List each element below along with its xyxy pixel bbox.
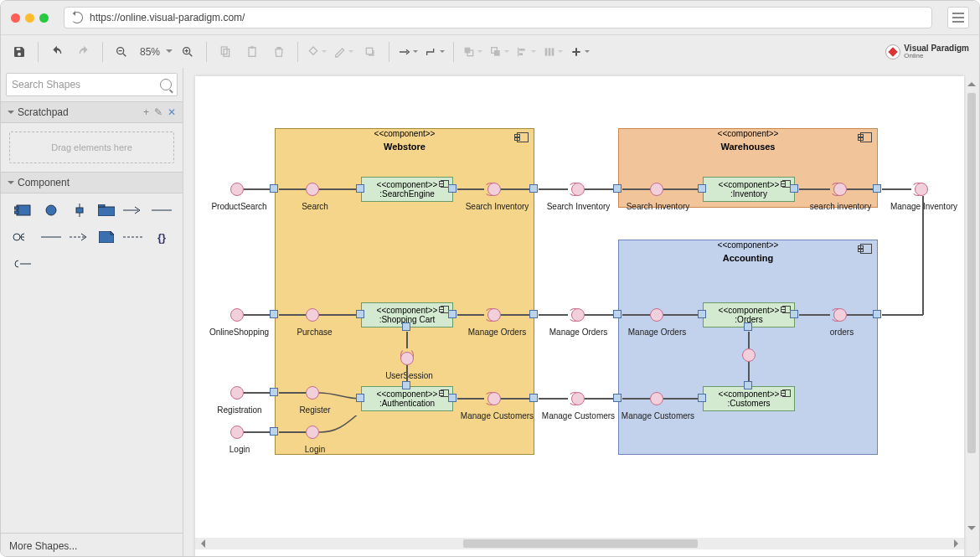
connector-style-button[interactable] <box>395 40 420 64</box>
zoom-level[interactable]: 85% <box>136 40 173 64</box>
port-icon[interactable] <box>448 394 456 402</box>
port-icon[interactable] <box>270 310 278 318</box>
waypoint-button[interactable] <box>422 40 447 64</box>
port-icon[interactable] <box>698 184 706 193</box>
shape-dashed-line-icon[interactable] <box>123 229 143 245</box>
shape-line-icon[interactable] <box>41 229 61 245</box>
port-icon[interactable] <box>698 394 706 402</box>
undo-button[interactable] <box>44 40 70 64</box>
provided-interface-icon[interactable] <box>742 348 756 362</box>
port-icon[interactable] <box>744 381 752 389</box>
port-icon[interactable] <box>698 310 706 318</box>
shape-dependency-icon[interactable] <box>123 202 143 219</box>
close-icon[interactable] <box>11 13 20 23</box>
svg-rect-7 <box>221 47 227 54</box>
diagram-canvas[interactable]: <<component>> Webstore <<component>> War… <box>195 76 964 557</box>
component-icon <box>860 132 872 142</box>
label-login: Login <box>223 445 256 454</box>
port-icon[interactable] <box>356 310 364 318</box>
port-icon[interactable] <box>873 184 881 193</box>
port-icon[interactable] <box>448 310 456 318</box>
provided-interface-icon[interactable] <box>230 308 244 322</box>
search-icon <box>160 79 172 90</box>
port-icon[interactable] <box>790 310 798 318</box>
port-icon[interactable] <box>613 184 622 193</box>
component-header[interactable]: Component <box>1 172 183 193</box>
minimize-icon[interactable] <box>25 13 34 23</box>
wire <box>406 332 408 348</box>
provided-interface-icon[interactable] <box>571 183 585 196</box>
provided-interface-icon[interactable] <box>571 392 585 405</box>
provided-interface-icon[interactable] <box>400 352 414 365</box>
zoom-in-button[interactable] <box>175 40 200 64</box>
shape-dashed-arrow-icon[interactable] <box>70 229 90 245</box>
zoom-out-button[interactable] <box>109 40 134 64</box>
port-icon[interactable] <box>613 394 622 402</box>
more-shapes-label: More Shapes... <box>9 540 77 552</box>
port-icon[interactable] <box>529 184 538 193</box>
provided-interface-icon[interactable] <box>650 308 663 322</box>
provided-interface-icon[interactable] <box>230 425 244 439</box>
provided-interface-icon[interactable] <box>306 425 319 439</box>
component-authentication[interactable]: <<component>> :Authentication <box>361 386 453 411</box>
provided-interface-icon[interactable] <box>571 308 585 322</box>
shape-component-icon[interactable] <box>13 202 33 219</box>
shape-note-icon[interactable] <box>98 229 115 245</box>
provided-interface-icon[interactable] <box>230 183 244 196</box>
provided-interface-icon[interactable] <box>915 183 928 196</box>
port-icon[interactable] <box>402 322 410 331</box>
horizontal-scrollbar[interactable] <box>195 538 964 549</box>
add-button[interactable] <box>567 40 592 64</box>
port-icon[interactable] <box>744 322 752 331</box>
provided-interface-icon[interactable] <box>230 386 244 400</box>
provided-interface-icon[interactable] <box>487 392 501 405</box>
close-icon[interactable]: ✕ <box>168 106 176 118</box>
vertical-scrollbar[interactable] <box>966 76 977 536</box>
shape-search-input[interactable]: Search Shapes <box>6 73 178 96</box>
menu-icon[interactable] <box>947 7 969 28</box>
port-icon[interactable] <box>356 394 364 402</box>
component-search-engine[interactable]: <<component>> :SearchEngine <box>361 177 453 202</box>
shape-provided-icon[interactable] <box>13 229 33 245</box>
provided-interface-icon[interactable] <box>487 183 501 196</box>
scratchpad-header[interactable]: Scratchpad + ✎ ✕ <box>1 101 183 123</box>
shape-association-icon[interactable] <box>152 202 172 219</box>
provided-interface-icon[interactable] <box>833 308 847 322</box>
add-icon[interactable]: + <box>143 106 149 118</box>
url-bar[interactable]: https://online.visual-paradigm.com/ <box>64 7 932 28</box>
provided-interface-icon[interactable] <box>306 386 319 400</box>
port-icon[interactable] <box>356 184 364 193</box>
refresh-icon[interactable] <box>71 12 83 23</box>
port-icon[interactable] <box>270 184 278 193</box>
port-icon[interactable] <box>529 310 538 318</box>
provided-interface-icon[interactable] <box>650 392 663 405</box>
scratchpad-dropzone[interactable]: Drag elements here <box>9 132 174 163</box>
component-customers[interactable]: <<component>> :Customers <box>703 386 795 411</box>
brand-logo[interactable]: Visual Paradigm Online <box>885 44 974 59</box>
port-icon[interactable] <box>270 427 278 436</box>
port-icon[interactable] <box>529 394 538 402</box>
save-button[interactable] <box>7 40 32 64</box>
component-inventory[interactable]: <<component>> :Inventory <box>703 177 795 202</box>
shape-required-icon[interactable] <box>13 255 33 272</box>
port-icon[interactable] <box>402 381 410 389</box>
port-icon[interactable] <box>613 310 622 318</box>
port-icon[interactable] <box>270 388 278 396</box>
maximize-icon[interactable] <box>39 13 49 23</box>
provided-interface-icon[interactable] <box>306 308 319 322</box>
provided-interface-icon[interactable] <box>650 183 663 196</box>
provided-interface-icon[interactable] <box>306 183 319 196</box>
port-icon[interactable] <box>873 310 881 318</box>
port-icon[interactable] <box>448 184 456 193</box>
provided-interface-icon[interactable] <box>487 308 501 322</box>
svg-rect-18 <box>519 49 525 51</box>
more-shapes-link[interactable]: More Shapes... <box>1 533 183 557</box>
edit-icon[interactable]: ✎ <box>154 106 162 118</box>
port-icon[interactable] <box>790 184 798 193</box>
shape-package-icon[interactable] <box>98 202 115 219</box>
shape-interface-icon[interactable] <box>41 202 61 219</box>
wire <box>663 398 703 400</box>
provided-interface-icon[interactable] <box>833 183 847 196</box>
shape-port-icon[interactable] <box>70 202 90 219</box>
shape-constraint-icon[interactable]: {} <box>152 229 172 245</box>
